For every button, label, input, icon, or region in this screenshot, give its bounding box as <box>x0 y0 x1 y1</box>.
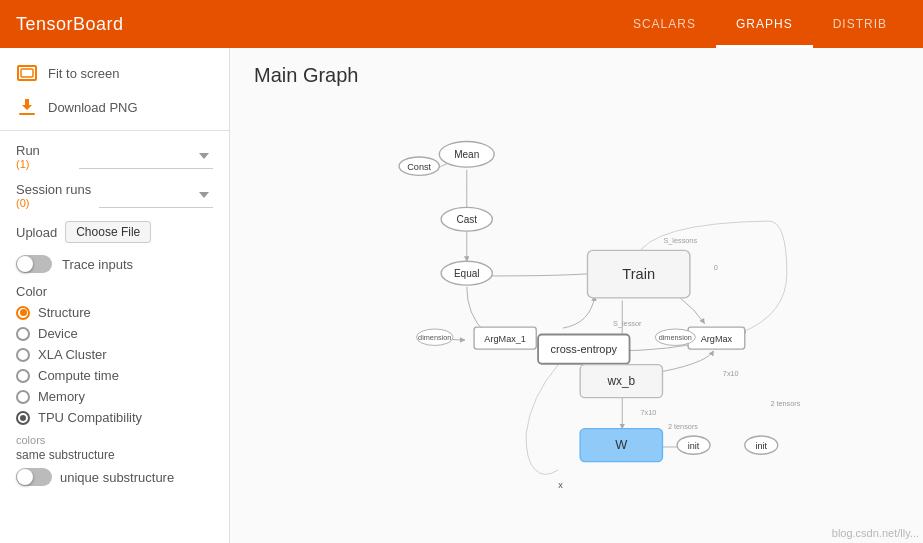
color-compute-radio[interactable] <box>16 369 30 383</box>
same-substructure: same substructure <box>16 448 213 462</box>
download-png-label: Download PNG <box>48 100 138 115</box>
session-runs-control: Session runs (0) <box>0 176 229 215</box>
colors-bottom: colors same substructure <box>0 430 229 466</box>
fit-to-screen-label: Fit to screen <box>48 66 120 81</box>
color-compute-label: Compute time <box>38 368 119 383</box>
color-memory-label: Memory <box>38 389 85 404</box>
session-runs-count: (0) <box>16 197 91 209</box>
node-equal-label: Equal <box>454 268 480 279</box>
color-structure-label: Structure <box>38 305 91 320</box>
color-structure-row[interactable]: Structure <box>0 302 229 323</box>
unique-toggle-row: unique substructure <box>0 466 229 488</box>
unique-toggle[interactable] <box>16 468 52 486</box>
node-x-label: x <box>558 480 563 490</box>
header: TensorBoard SCALARS GRAPHS DISTRIB <box>0 0 923 48</box>
node-init1-label: init <box>688 441 700 451</box>
colors-label: colors <box>16 434 213 446</box>
download-icon <box>16 96 38 118</box>
edge-label-7: 2 tensors <box>770 399 800 408</box>
trace-inputs-row: Trace inputs <box>0 249 229 279</box>
choose-file-button[interactable]: Choose File <box>65 221 151 243</box>
node-cross-entropy-label: cross-entropy <box>551 343 618 355</box>
sidebar: Fit to screen Download PNG Run (1) <box>0 48 230 543</box>
svg-rect-2 <box>19 113 35 115</box>
color-heading: Color <box>16 284 47 299</box>
node-argmax-label: ArgMax <box>701 334 733 344</box>
color-xla-row[interactable]: XLA Cluster <box>0 344 229 365</box>
unique-toggle-thumb <box>17 469 33 485</box>
edge-label-3: S_lessor <box>613 319 642 328</box>
edge-label-2: S_lessons <box>663 236 697 245</box>
upload-row: Upload Choose File <box>0 215 229 249</box>
node-mean-label: Mean <box>454 149 479 160</box>
svg-rect-1 <box>21 69 33 77</box>
run-control: Run (1) <box>0 137 229 176</box>
watermark: blog.csdn.net/lly... <box>832 527 919 539</box>
run-select[interactable] <box>79 145 213 169</box>
main-graph-title: Main Graph <box>230 48 923 95</box>
color-memory-row[interactable]: Memory <box>0 386 229 407</box>
nav: SCALARS GRAPHS DISTRIB <box>613 0 907 48</box>
color-device-row[interactable]: Device <box>0 323 229 344</box>
color-structure-radio[interactable] <box>16 306 30 320</box>
node-init2-label: init <box>755 441 767 451</box>
node-wxb-label: wx_b <box>606 374 635 388</box>
node-train-label: Train <box>622 266 655 282</box>
trace-inputs-toggle[interactable] <box>16 255 52 273</box>
trace-inputs-label: Trace inputs <box>62 257 133 272</box>
toggle-thumb <box>17 256 33 272</box>
color-label-row: Color <box>0 281 229 302</box>
node-const-label: Const <box>407 162 431 172</box>
fit-to-screen-icon <box>16 62 38 84</box>
fit-to-screen-item[interactable]: Fit to screen <box>0 56 229 90</box>
edge-label-1: 0 <box>714 263 718 272</box>
edge-label-6: 2 tensors <box>668 422 698 431</box>
node-dim1-label: dimension <box>418 333 451 342</box>
unique-substructure-label: unique substructure <box>60 470 174 485</box>
run-label: Run <box>16 143 71 158</box>
radio-inner-tpu <box>20 415 26 421</box>
color-xla-radio[interactable] <box>16 348 30 362</box>
color-device-radio[interactable] <box>16 327 30 341</box>
nav-scalars[interactable]: SCALARS <box>613 0 716 48</box>
graph-canvas[interactable]: Mean Const Cast Equal Train ArgMax_1 c <box>230 104 923 543</box>
edge-label-5: 7x10 <box>641 408 657 417</box>
graph-svg: Mean Const Cast Equal Train ArgMax_1 c <box>230 104 923 543</box>
edge-label-4: 7x10 <box>723 369 739 378</box>
color-compute-row[interactable]: Compute time <box>0 365 229 386</box>
color-device-label: Device <box>38 326 78 341</box>
layout: Fit to screen Download PNG Run (1) <box>0 48 923 543</box>
color-tpu-radio[interactable] <box>16 411 30 425</box>
node-cast-label: Cast <box>456 214 477 225</box>
brand: TensorBoard <box>16 14 124 35</box>
upload-label: Upload <box>16 225 57 240</box>
nav-distrib[interactable]: DISTRIB <box>813 0 907 48</box>
radio-inner <box>20 309 27 316</box>
nav-graphs[interactable]: GRAPHS <box>716 0 813 48</box>
main-content: Main Graph <box>230 48 923 543</box>
download-png-item[interactable]: Download PNG <box>0 90 229 124</box>
session-runs-select[interactable] <box>99 184 213 208</box>
run-count: (1) <box>16 158 71 170</box>
node-dim2-label: dimension <box>659 333 692 342</box>
color-xla-label: XLA Cluster <box>38 347 107 362</box>
color-tpu-row[interactable]: TPU Compatibility <box>0 407 229 428</box>
color-tpu-label: TPU Compatibility <box>38 410 142 425</box>
node-w-label: W <box>615 437 628 452</box>
session-runs-label: Session runs <box>16 182 91 197</box>
color-section: Color Structure Device XLA Cluster <box>0 279 229 430</box>
color-memory-radio[interactable] <box>16 390 30 404</box>
node-argmax1-label: ArgMax_1 <box>484 334 526 344</box>
